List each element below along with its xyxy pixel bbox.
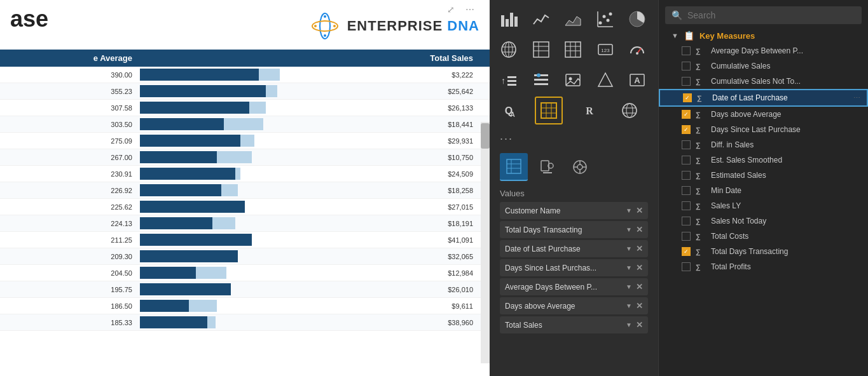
more-options-icon[interactable]: ⋯ — [853, 94, 860, 102]
field-checkbox[interactable] — [682, 125, 691, 134]
list-item[interactable]: ∑ Total Profits — [659, 259, 868, 274]
image-icon[interactable] — [559, 66, 587, 94]
list-item[interactable]: Customer Name ▼ ✕ — [500, 202, 648, 219]
list-item[interactable]: ∑ Sales Not Today — [659, 213, 868, 229]
field-checkbox[interactable] — [682, 46, 691, 55]
total-sales-value: $29,931 — [430, 137, 481, 145]
dropdown-arrow-icon[interactable]: ▼ — [626, 226, 632, 233]
slicer-icon[interactable] — [527, 66, 555, 94]
dropdown-arrow-icon[interactable]: ▼ — [626, 321, 632, 328]
search-bar[interactable]: 🔍 — [665, 6, 862, 24]
list-item[interactable]: ∑ Sales LY — [659, 198, 868, 213]
selected-grid-icon[interactable] — [535, 97, 563, 124]
text-box-icon[interactable]: A — [623, 66, 651, 94]
svg-point-2 — [324, 15, 326, 18]
bar-container — [140, 265, 430, 281]
kpi-icon[interactable]: ↑ — [495, 66, 523, 94]
field-checkbox[interactable] — [682, 247, 691, 256]
list-item[interactable]: ∑ Cumulative Sales Not To... — [659, 74, 868, 89]
list-item[interactable]: Average Days Between P... ▼ ✕ — [500, 278, 648, 295]
area-chart-icon[interactable] — [559, 5, 587, 33]
dropdown-arrow-icon[interactable]: ▼ — [626, 283, 632, 290]
field-checkbox[interactable] — [682, 232, 691, 241]
card-icon[interactable]: 123 — [591, 36, 619, 64]
remove-field-icon[interactable]: ✕ — [636, 320, 643, 330]
bar-fg — [140, 234, 252, 246]
list-item[interactable]: ∑ Date of Last Purchase ⋯ — [659, 89, 868, 107]
remove-field-icon[interactable]: ✕ — [636, 263, 643, 272]
chart-panel: ase ENTERPRISE DNA ⤢ ⋯ e Average Total S… — [0, 0, 490, 376]
list-item[interactable]: ∑ Min Date — [659, 183, 868, 198]
field-checkbox[interactable] — [682, 140, 691, 149]
table-row: 267.00 $10,750 — [0, 149, 490, 166]
bar-container — [140, 133, 430, 149]
list-item[interactable]: Total Sales ▼ ✕ — [500, 316, 648, 333]
list-item[interactable]: Days above Average ▼ ✕ — [500, 297, 648, 314]
bar-fg — [140, 184, 221, 196]
field-items-container: ∑ Average Days Between P... ∑ Cumulative… — [659, 43, 868, 274]
total-sales-value: $26,010 — [430, 286, 481, 293]
field-checkbox[interactable] — [682, 156, 691, 164]
bar-chart-icon[interactable] — [495, 5, 523, 33]
map-icon[interactable] — [495, 36, 523, 64]
line-chart-icon[interactable] — [527, 5, 555, 33]
more-icons-dots[interactable]: ... — [495, 127, 653, 145]
list-item[interactable]: ∑ Total Days Transacting — [659, 244, 868, 259]
more-options-icon[interactable]: ⋯ — [463, 3, 477, 17]
globe-icon[interactable] — [616, 97, 644, 124]
bar-container — [140, 199, 430, 215]
remove-field-icon[interactable]: ✕ — [636, 282, 643, 292]
list-item[interactable]: Date of Last Purchase ▼ ✕ — [500, 240, 648, 257]
table-icon[interactable] — [527, 36, 555, 64]
dropdown-arrow-icon[interactable]: ▼ — [626, 302, 632, 309]
search-input[interactable] — [687, 10, 855, 20]
list-item[interactable]: ∑ Est. Sales Smoothed — [659, 152, 868, 168]
qna-icon[interactable]: QA — [495, 97, 523, 124]
remove-field-icon[interactable]: ✕ — [636, 301, 643, 311]
field-checkbox[interactable] — [682, 62, 691, 70]
field-checkbox[interactable] — [682, 171, 691, 180]
list-item[interactable]: ∑ Cumulative Sales — [659, 58, 868, 74]
analytics-tab[interactable] — [566, 153, 594, 181]
dropdown-arrow-icon[interactable]: ▼ — [626, 264, 632, 271]
measure-type-icon: ∑ — [696, 171, 706, 179]
field-checkbox[interactable] — [682, 201, 691, 210]
list-item[interactable]: ∑ Estimated Sales — [659, 168, 868, 183]
toolbar-icon-grid-2: 123 — [495, 36, 653, 64]
remove-field-icon[interactable]: ✕ — [636, 244, 643, 253]
field-checkbox[interactable] — [683, 93, 692, 102]
list-item[interactable]: ∑ Total Costs — [659, 229, 868, 244]
matrix-icon[interactable] — [559, 36, 587, 64]
field-item-label: Min Date — [711, 186, 862, 195]
gauge-icon[interactable] — [623, 36, 651, 64]
field-checkbox[interactable] — [682, 110, 691, 119]
list-item[interactable]: Days Since Last Purchas... ▼ ✕ — [500, 259, 648, 276]
remove-field-icon[interactable]: ✕ — [636, 225, 643, 234]
field-checkbox[interactable] — [682, 217, 691, 225]
fields-tab[interactable] — [500, 153, 528, 181]
dropdown-arrow-icon[interactable]: ▼ — [626, 245, 632, 252]
total-sales-value: $32,065 — [430, 253, 481, 260]
pie-chart-icon[interactable] — [623, 5, 651, 33]
field-checkbox[interactable] — [682, 186, 691, 195]
list-item[interactable]: ∑ Days above Average — [659, 107, 868, 122]
field-checkbox[interactable] — [682, 77, 691, 86]
scatter-icon[interactable] — [591, 5, 619, 33]
list-item[interactable]: ∑ Average Days Between P... — [659, 43, 868, 58]
scrollbar-track[interactable] — [481, 122, 490, 363]
chart-title: ase — [10, 8, 48, 30]
list-item[interactable]: Total Days Transacting ▼ ✕ — [500, 221, 648, 238]
measure-type-icon: ∑ — [696, 217, 706, 225]
list-item[interactable]: ∑ Days Since Last Purchase — [659, 122, 868, 137]
expand-icon[interactable]: ⤢ — [444, 3, 458, 17]
format-tab[interactable] — [533, 153, 561, 181]
scrollbar-thumb[interactable] — [481, 123, 490, 149]
dropdown-arrow-icon[interactable]: ▼ — [626, 207, 632, 214]
shape-icon[interactable] — [591, 66, 619, 94]
key-measures-folder[interactable]: ▼ 📋 Key Measures — [659, 28, 868, 43]
field-checkbox[interactable] — [682, 262, 691, 271]
list-item[interactable]: ∑ Diff. in Sales — [659, 137, 868, 152]
remove-field-icon[interactable]: ✕ — [636, 206, 643, 215]
r-script-icon[interactable]: R — [575, 97, 603, 124]
table-row: 185.33 $38,960 — [0, 314, 490, 331]
